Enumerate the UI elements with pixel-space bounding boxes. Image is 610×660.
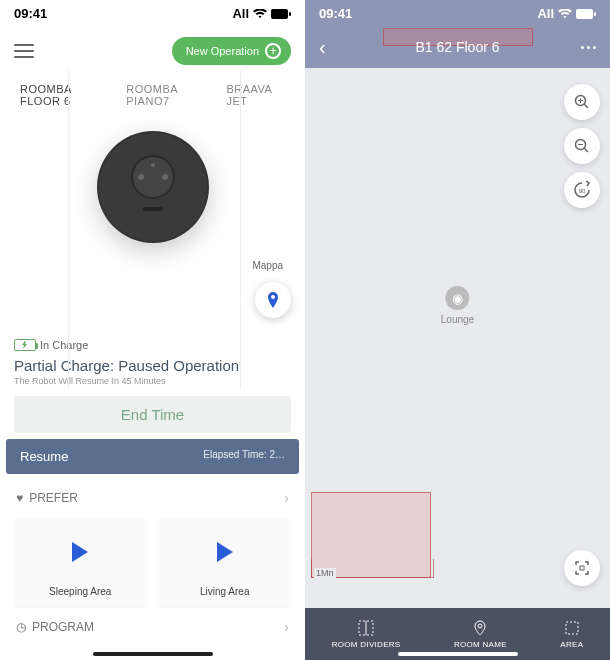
zoom-in-button[interactable]: [564, 84, 600, 120]
sofa-icon: ◉: [446, 286, 470, 310]
zoom-in-icon: [574, 94, 590, 110]
card-label: Living Area: [159, 586, 292, 597]
rotate-button[interactable]: 90: [564, 172, 600, 208]
home-indicator[interactable]: [398, 652, 518, 656]
tool-area[interactable]: AREA: [560, 619, 583, 649]
rotate-icon: 90: [572, 180, 592, 200]
room-outline[interactable]: 1Mn: [311, 492, 431, 578]
elapsed-time: Elapsed Time: 2…: [203, 449, 285, 464]
pin-icon: [471, 619, 489, 637]
svg-point-8: [151, 163, 155, 167]
status-title: Partial Charge: Paused Operation: [0, 351, 305, 376]
battery-icon: [271, 9, 291, 19]
status-subtitle: The Robot Will Resume In 45 Minutes: [0, 376, 305, 386]
svg-rect-20: [580, 566, 584, 570]
svg-point-7: [162, 174, 168, 180]
svg-rect-10: [576, 9, 593, 19]
heart-icon: ♥: [16, 491, 23, 505]
map-label: Mappa: [252, 260, 283, 271]
svg-rect-9: [143, 207, 163, 211]
chevron-right-icon: ›: [284, 619, 289, 635]
room-marker-lounge[interactable]: ◉ Lounge: [441, 286, 474, 325]
recenter-button[interactable]: [564, 550, 600, 586]
tool-label: ROOM NAME: [454, 640, 507, 649]
svg-rect-23: [566, 622, 578, 634]
resume-label: Resume: [20, 449, 68, 464]
tool-label: ROOM DIVIDERS: [332, 640, 401, 649]
battery-icon: [576, 9, 596, 19]
home-indicator[interactable]: [93, 652, 213, 656]
card-living-area[interactable]: Living Area: [159, 518, 292, 607]
back-button[interactable]: ‹: [319, 36, 326, 59]
area-icon: [563, 619, 581, 637]
prefer-label: PREFER: [29, 491, 78, 505]
clock-icon: ◷: [16, 620, 26, 634]
prefer-row[interactable]: ♥PREFER ›: [0, 478, 305, 518]
zoom-out-icon: [574, 138, 590, 154]
chevron-right-icon: ›: [284, 490, 289, 506]
menu-button[interactable]: [14, 44, 34, 58]
map-title: B1 62 Floor 6: [415, 39, 499, 55]
tab-braava-jet[interactable]: BRAAVA JET: [226, 83, 285, 107]
more-button[interactable]: [581, 46, 596, 49]
carrier: All: [232, 6, 249, 21]
focus-icon: [574, 560, 590, 576]
resume-button[interactable]: Resume Elapsed Time: 2…: [6, 439, 299, 474]
plus-icon: +: [265, 43, 281, 59]
tool-label: AREA: [560, 640, 583, 649]
program-label: PROGRAM: [32, 620, 94, 634]
card-sleeping-area[interactable]: Sleeping Area: [14, 518, 147, 607]
dimension-label: 1Mn: [314, 568, 336, 578]
svg-rect-1: [289, 12, 291, 16]
dividers-icon: [357, 619, 375, 637]
room-label: Lounge: [441, 314, 474, 325]
svg-line-17: [584, 148, 588, 152]
svg-point-6: [138, 174, 144, 180]
end-time-button[interactable]: End Time: [14, 396, 291, 433]
clock: 09:41: [14, 6, 47, 21]
program-row[interactable]: ◷PROGRAM ›: [0, 607, 305, 647]
main-screen: 09:41 All New Operation + ROOMBA FLOOR 6…: [0, 0, 305, 660]
card-label: Sleeping Area: [14, 586, 147, 597]
map-pin-button[interactable]: [255, 282, 291, 318]
svg-text:90: 90: [579, 188, 586, 194]
zoom-out-button[interactable]: [564, 128, 600, 164]
tab-roomba-floor6[interactable]: ROOMBA FLOOR 6: [20, 83, 108, 107]
svg-rect-0: [271, 9, 288, 19]
play-icon: [72, 542, 88, 562]
tool-room-dividers[interactable]: ROOM DIVIDERS: [332, 619, 401, 649]
new-operation-label: New Operation: [186, 45, 259, 57]
battery-charging-icon: [14, 339, 36, 351]
charge-status: In Charge: [0, 339, 305, 351]
pin-icon: [265, 292, 281, 308]
wifi-icon: [253, 9, 267, 19]
device-tabs: ROOMBA FLOOR 6 ROOMBA PIANO7 BRAAVA JET: [0, 83, 305, 107]
svg-rect-11: [594, 12, 596, 16]
new-operation-button[interactable]: New Operation +: [172, 37, 291, 65]
clock: 09:41: [319, 6, 352, 21]
wifi-icon: [558, 9, 572, 19]
play-icon: [217, 542, 233, 562]
status-bar: 09:41 All: [0, 0, 305, 27]
svg-line-13: [584, 104, 588, 108]
carrier: All: [537, 6, 554, 21]
charge-label: In Charge: [40, 339, 88, 351]
tool-room-name[interactable]: ROOM NAME: [454, 619, 507, 649]
tab-roomba-piano7[interactable]: ROOMBA PIANO7: [126, 83, 208, 107]
map-screen: 09:41 All ‹ B1 62 Floor 6 90 ◉ Lounge 1M…: [305, 0, 610, 660]
status-bar: 09:41 All: [305, 0, 610, 27]
map-canvas[interactable]: 90 ◉ Lounge 1Mn: [305, 68, 610, 608]
